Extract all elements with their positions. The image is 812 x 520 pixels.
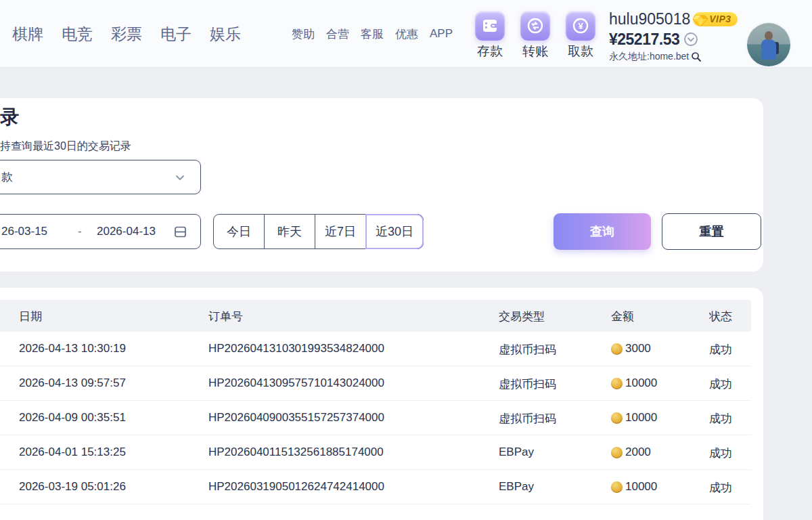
main-nav: 棋牌电竞彩票电子娱乐 (12, 0, 241, 68)
cell-order-no: HP2026031905012624742414000 (208, 480, 384, 494)
quick-range-button[interactable]: 昨天 (265, 215, 315, 248)
user-avatar[interactable] (747, 23, 790, 66)
secondary-nav-item-2[interactable]: 客服 (361, 26, 384, 42)
page-subtitle: 持查询最近30日的交易记录 (0, 139, 131, 154)
filters-card: 录 持查询最近30日的交易记录 款 26-03-15 - 2026-04-13 (0, 98, 763, 272)
user-info: hulu905018 VIP3 ¥25217.53 (609, 9, 744, 64)
deposit-button[interactable]: 存款 (474, 11, 505, 60)
transfer-label: 转账 (522, 43, 548, 60)
cell-amount: 2000 (611, 446, 651, 459)
vip-gem-icon (692, 10, 709, 28)
date-start-value: 26-03-15 (1, 225, 47, 238)
secondary-nav-item-4[interactable]: APP (430, 27, 453, 41)
transaction-type-value: 款 (1, 169, 13, 185)
cell-order-no: HP2026041309575710143024000 (208, 376, 384, 390)
username: hulu905018 (609, 10, 690, 28)
cell-date: 2026-03-19 05:01:26 (19, 480, 126, 494)
table-row: 2026-04-01 15:13:25 HP202604011513256188… (0, 435, 751, 470)
cell-amount-value: 3000 (625, 342, 651, 355)
cell-amount: 10000 (611, 376, 657, 390)
main-nav-item-4[interactable]: 娱乐 (210, 24, 241, 45)
cell-amount-value: 10000 (625, 480, 657, 494)
secondary-nav-item-3[interactable]: 优惠 (395, 26, 418, 42)
column-header-date: 日期 (19, 309, 42, 324)
table-row: 2026-04-13 10:30:19 HP202604131030199353… (0, 332, 751, 366)
cell-date: 2026-04-13 09:57:57 (19, 376, 126, 390)
cell-status: 成功 (709, 480, 732, 496)
secondary-nav-item-0[interactable]: 赞助 (292, 26, 315, 42)
cell-amount-value: 10000 (625, 376, 657, 390)
transfer-icon (520, 11, 550, 41)
quick-actions: 存款 转账 ¥ 取款 (474, 11, 596, 60)
vip-badge: VIP3 (693, 12, 737, 26)
column-header-status: 状态 (709, 309, 732, 324)
column-header-order: 订单号 (208, 309, 243, 324)
cell-type: EBPay (499, 480, 534, 494)
quick-range-button[interactable]: 近30日 (366, 215, 423, 248)
table-row: 2026-04-09 00:35:51 HP202604090035515725… (0, 401, 751, 435)
reset-button[interactable]: 重置 (662, 213, 761, 250)
table-header: 日期 订单号 交易类型 金额 状态 (0, 300, 751, 332)
cell-order-no: HP2026040900355157257374000 (208, 411, 384, 425)
cell-amount: 10000 (611, 480, 657, 494)
withdraw-icon: ¥ (566, 11, 595, 41)
top-header: 棋牌电竞彩票电子娱乐 赞助合营客服优惠APP 存款 (0, 0, 812, 68)
cell-status: 成功 (709, 446, 732, 461)
withdraw-button[interactable]: ¥ 取款 (565, 11, 596, 60)
main-nav-item-1[interactable]: 电竞 (62, 24, 93, 45)
date-range-separator: - (78, 225, 82, 238)
table-row: 2026-03-19 05:01:26 HP202603190501262474… (0, 470, 751, 504)
table-row: 2026-04-13 09:57:57 HP202604130957571014… (0, 366, 751, 401)
column-header-amount: 金额 (611, 309, 634, 324)
coin-icon (611, 481, 623, 493)
deposit-label: 存款 (477, 43, 503, 60)
cell-amount-value: 10000 (625, 411, 657, 425)
transaction-type-select[interactable]: 款 (0, 160, 201, 194)
table-body: 2026-04-13 10:30:19 HP202604131030199353… (0, 332, 751, 504)
cell-amount: 10000 (611, 411, 657, 425)
cell-type: EBPay (499, 446, 534, 459)
cell-date: 2026-04-09 00:35:51 (19, 411, 126, 425)
cell-status: 成功 (709, 411, 732, 427)
quick-range-group: 今日昨天近7日近30日 (213, 214, 424, 249)
cell-date: 2026-04-13 10:30:19 (19, 342, 126, 355)
main-nav-item-3[interactable]: 电子 (160, 24, 191, 45)
cell-type: 虚拟币扫码 (499, 411, 556, 427)
cell-order-no: HP2026041310301993534824000 (208, 342, 384, 355)
svg-text:¥: ¥ (578, 21, 583, 31)
cell-amount-value: 2000 (625, 446, 651, 459)
avatar-body (761, 39, 776, 60)
secondary-nav-item-1[interactable]: 合营 (326, 26, 349, 42)
quick-range-button[interactable]: 近7日 (315, 215, 366, 248)
cell-status: 成功 (709, 342, 732, 358)
calendar-icon (174, 225, 187, 238)
cell-type: 虚拟币扫码 (499, 342, 556, 358)
balance-amount: ¥25217.53 (609, 30, 679, 49)
transaction-records-page: 棋牌电竞彩票电子娱乐 赞助合营客服优惠APP 存款 (0, 0, 812, 520)
chevron-down-icon (175, 172, 185, 183)
avatar-head (765, 31, 773, 40)
permanent-address: 永久地址:home.bet (609, 51, 689, 63)
coin-icon (611, 378, 623, 389)
main-nav-item-0[interactable]: 棋牌 (12, 24, 43, 45)
cell-status: 成功 (709, 376, 732, 392)
search-address-icon[interactable] (691, 51, 702, 62)
cell-date: 2026-04-01 15:13:25 (19, 446, 126, 459)
search-button[interactable]: 查询 (554, 213, 651, 250)
wallet-icon (475, 11, 505, 41)
cell-order-no: HP2026040115132561885174000 (208, 446, 384, 459)
coin-icon (611, 412, 623, 424)
coin-icon (611, 447, 623, 458)
quick-range-button[interactable]: 今日 (214, 215, 265, 248)
withdraw-label: 取款 (568, 43, 593, 60)
balance-dropdown-icon[interactable] (683, 32, 698, 47)
secondary-nav: 赞助合营客服优惠APP (292, 0, 453, 68)
records-table-card: 日期 订单号 交易类型 金额 状态 2026-04-13 10:30:19 HP… (0, 288, 763, 520)
coin-icon (611, 343, 623, 355)
column-header-type: 交易类型 (499, 309, 545, 324)
main-nav-item-2[interactable]: 彩票 (111, 24, 142, 45)
date-end-value: 2026-04-13 (97, 225, 156, 238)
transfer-button[interactable]: 转账 (520, 11, 551, 60)
cell-type: 虚拟币扫码 (499, 376, 556, 392)
date-range-input[interactable]: 26-03-15 - 2026-04-13 (0, 214, 201, 249)
